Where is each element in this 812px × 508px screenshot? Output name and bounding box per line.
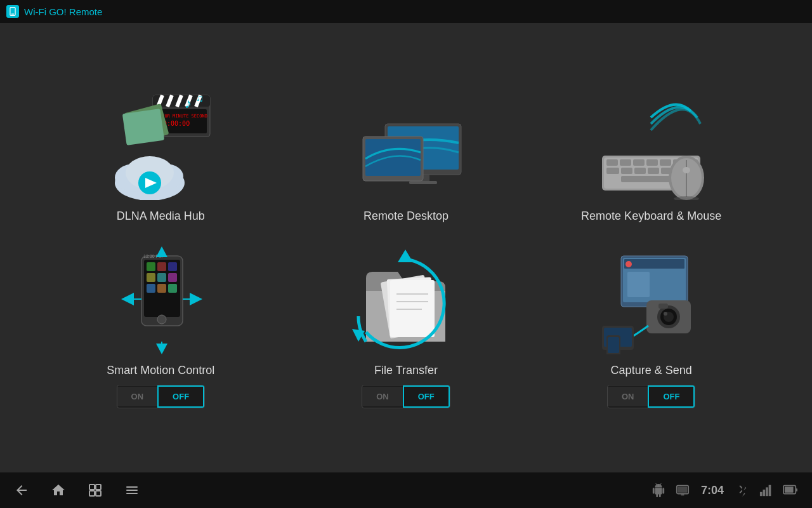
app-title: Wi-Fi GO! Remote [24,6,102,17]
svg-rect-1 [11,14,15,15]
remote-desktop-label: Remote Desktop [363,210,449,223]
svg-rect-54 [168,262,177,271]
svg-rect-34 [660,159,671,166]
svg-rect-107 [763,490,766,496]
android-icon [650,481,667,499]
capture-send-on-btn[interactable]: ON [608,387,648,406]
svg-rect-55 [147,273,155,282]
smart-motion-on-btn[interactable]: ON [117,387,158,406]
svg-rect-13 [122,109,164,145]
title-bar: Wi-Fi GO! Remote [0,0,812,23]
svg-rect-59 [157,284,166,293]
svg-text:♫: ♫ [196,93,204,104]
svg-rect-52 [147,262,155,271]
svg-rect-99 [96,491,101,496]
svg-rect-102 [126,493,138,494]
battery-icon [782,481,799,499]
svg-rect-33 [646,159,658,166]
nav-bar: 7:04 [0,472,812,508]
smart-motion-icon: 12:30 PM [100,242,221,356]
svg-rect-60 [168,284,177,293]
svg-text:♪: ♪ [185,95,192,111]
svg-rect-105 [681,494,684,495]
feature-keyboard-mouse[interactable]: Remote Keyboard & Mouse [547,88,755,223]
features-grid: HOUR MINUTE SECOND 00:00:00 ♪ ♫ [57,88,755,408]
svg-rect-32 [633,159,645,166]
status-time: 7:04 [698,481,727,499]
svg-rect-95 [608,337,619,353]
svg-rect-101 [126,490,138,491]
svg-rect-84 [653,272,678,297]
signal-icon [757,481,775,499]
smart-motion-off-btn[interactable]: OFF [157,385,204,408]
svg-marker-77 [398,250,413,262]
svg-rect-98 [89,491,95,496]
svg-rect-112 [796,488,797,491]
svg-point-62 [157,315,166,324]
svg-marker-64 [156,344,167,354]
dlna-label: DLNA Media Hub [117,210,205,223]
file-transfer-on-btn[interactable]: ON [362,387,403,406]
feature-capture-send[interactable]: Capture & Send ON OFF [547,242,755,408]
nav-home-button[interactable] [49,481,67,499]
svg-point-48 [683,167,690,173]
svg-marker-66 [190,293,202,305]
capture-send-label: Capture & Send [611,364,692,377]
svg-rect-96 [89,485,95,490]
screen-icon [674,481,691,499]
svg-rect-57 [168,273,177,282]
svg-rect-109 [769,485,771,496]
feature-file-transfer[interactable]: File Transfer ON OFF [303,242,510,408]
svg-marker-65 [121,293,134,305]
svg-rect-56 [157,273,166,282]
app-icon [6,5,19,18]
svg-point-82 [625,261,632,267]
keyboard-mouse-icon [591,88,712,202]
capture-send-off-btn[interactable]: OFF [648,385,695,408]
svg-rect-31 [620,159,631,166]
svg-rect-83 [627,272,650,297]
nav-left [13,481,141,499]
file-transfer-toggle: ON OFF [362,385,450,408]
svg-rect-100 [126,486,138,488]
capture-send-icon [591,242,712,356]
dlna-icon: HOUR MINUTE SECOND 00:00:00 ♪ ♫ [100,88,221,202]
svg-rect-53 [157,262,166,271]
svg-text:HOUR MINUTE SECOND: HOUR MINUTE SECOND [159,114,207,119]
smart-motion-label: Smart Motion Control [107,364,214,377]
feature-dlna[interactable]: HOUR MINUTE SECOND 00:00:00 ♪ ♫ [57,88,265,223]
svg-rect-25 [409,181,437,184]
svg-rect-106 [760,492,763,496]
file-transfer-icon [346,242,466,356]
file-transfer-off-btn[interactable]: OFF [403,385,450,408]
nav-recents-button[interactable] [86,481,104,499]
smart-motion-toggle: ON OFF [117,385,206,408]
svg-rect-108 [766,487,768,496]
svg-rect-81 [624,259,684,269]
svg-rect-90 [658,304,668,309]
keyboard-mouse-label: Remote Keyboard & Mouse [581,210,721,223]
svg-rect-104 [678,487,688,493]
svg-rect-37 [606,168,619,174]
svg-rect-111 [785,487,794,493]
svg-rect-97 [96,485,101,490]
feature-smart-motion[interactable]: 12:30 PM [57,242,265,408]
remote-desktop-icon [346,88,466,202]
svg-rect-40 [648,168,659,174]
main-content: HOUR MINUTE SECOND 00:00:00 ♪ ♫ [0,23,812,472]
feature-remote-desktop[interactable]: Remote Desktop [303,88,510,223]
nav-right: 7:04 [650,481,799,499]
svg-rect-30 [606,159,618,166]
svg-marker-63 [156,246,167,257]
nav-back-button[interactable] [13,481,30,499]
nav-menu-button[interactable] [123,481,141,499]
file-transfer-label: File Transfer [374,364,438,377]
svg-point-89 [664,312,667,316]
svg-rect-38 [621,168,632,174]
svg-rect-39 [634,168,646,174]
svg-rect-58 [147,284,155,293]
capture-send-toggle: ON OFF [607,385,696,408]
bluetooth-icon [733,481,751,499]
